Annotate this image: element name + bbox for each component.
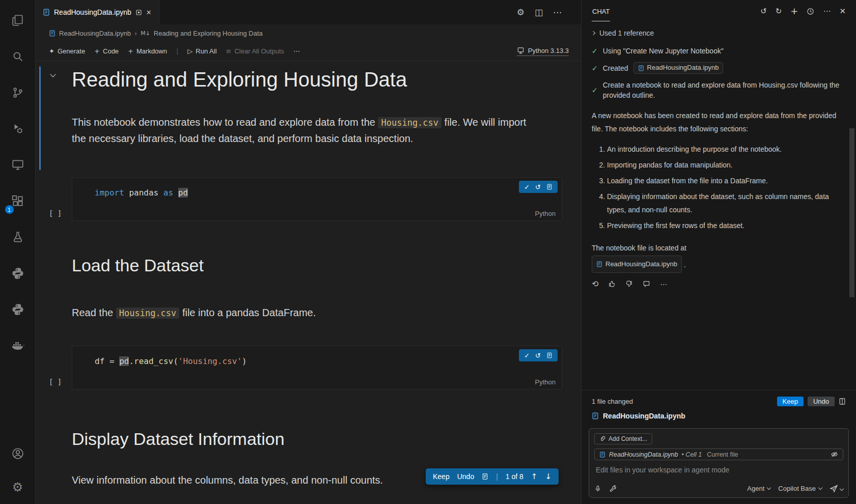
generate-button[interactable]: ✦ Generate xyxy=(49,47,85,55)
extensions-icon[interactable]: 1 xyxy=(0,183,36,219)
code-cell-import[interactable]: [ ] import pandas as pd ✓ ↺ Python xyxy=(72,177,562,221)
run-debug-icon[interactable] xyxy=(0,110,36,147)
accept-check-icon[interactable]: ✓ xyxy=(524,184,530,190)
add-context-button[interactable]: Add Context... xyxy=(594,433,652,444)
collapse-cell-icon[interactable] xyxy=(51,69,55,78)
search-icon[interactable] xyxy=(0,38,36,74)
retry-icon[interactable]: ⟲ xyxy=(592,280,598,288)
explorer-icon[interactable] xyxy=(0,2,36,38)
edits-review-bar: Keep Undo | 1 of 8 ↑ ↓ xyxy=(426,468,559,485)
undo-edit-button[interactable]: Undo xyxy=(457,472,474,481)
discard-undo-icon[interactable]: ↺ xyxy=(535,352,541,359)
next-edit-icon[interactable]: ↓ xyxy=(545,473,551,481)
notebook-icon xyxy=(638,65,644,71)
open-diff-icon[interactable] xyxy=(546,183,553,190)
copilot-cell-actions[interactable]: ✓ ↺ xyxy=(519,181,558,193)
code-cell-read-csv[interactable]: [ ] df = pd.read_csv('Housing.csv') ✓ ↺ … xyxy=(72,346,562,389)
attached-context-chip[interactable]: ReadHousingData.ipynb • Cell 1 Current f… xyxy=(594,449,843,460)
tools-icon[interactable] xyxy=(609,485,617,492)
chat-close-icon[interactable]: ✕ xyxy=(839,8,846,15)
chat-input-toolbar: Agent Copilot Base xyxy=(594,484,843,493)
breadcrumb-section[interactable]: Reading and Exploring Housing Data xyxy=(154,30,263,37)
attachment-detail: • Cell 1 xyxy=(682,451,702,458)
intro-text-a: This notebook demonstrates how to read a… xyxy=(72,117,378,128)
extensions-badge: 1 xyxy=(5,205,14,214)
tab-chat[interactable]: CHAT xyxy=(592,1,610,21)
run-icon: ▷ xyxy=(187,48,192,54)
clear-all-outputs-button[interactable]: ≡ Clear All Outputs xyxy=(226,47,284,55)
kernel-picker[interactable]: Python 3.13.3 xyxy=(517,47,569,56)
mode-picker-agent[interactable]: Agent xyxy=(747,485,770,492)
chevron-down-icon xyxy=(767,486,771,490)
view-diff-icon[interactable] xyxy=(839,398,846,405)
clear-outputs-icon: ≡ xyxy=(226,48,232,54)
undo-button[interactable]: Undo xyxy=(808,397,835,406)
model-picker[interactable]: Copilot Base xyxy=(778,485,822,492)
check-icon: ✓ xyxy=(592,47,598,54)
open-diff-icon[interactable] xyxy=(482,473,488,480)
toolbar-more-icon[interactable]: ⋯ xyxy=(293,48,300,54)
breadcrumb-file[interactable]: ReadHousingData.ipynb xyxy=(59,30,131,37)
chat-history-icon[interactable] xyxy=(807,8,814,15)
chat-text-input[interactable]: Edit files in your workspace in agent mo… xyxy=(594,464,843,480)
settings-gear-icon[interactable]: ⚙ xyxy=(517,8,524,17)
notebook-icon xyxy=(43,9,50,16)
previous-edit-icon[interactable]: ↑ xyxy=(531,473,538,481)
copilot-cell-actions[interactable]: ✓ ↺ xyxy=(519,349,558,361)
discard-undo-icon[interactable]: ↺ xyxy=(535,184,541,190)
code-line[interactable]: import pandas as pd xyxy=(72,178,562,198)
tab-preview-icon[interactable] xyxy=(135,9,142,16)
changed-file-row[interactable]: ReadHousingData.ipynb xyxy=(592,412,846,420)
split-editor-icon[interactable]: ◫ xyxy=(535,8,543,17)
eye-off-icon[interactable] xyxy=(831,451,838,458)
add-markdown-button[interactable]: + Markdown xyxy=(128,47,167,55)
send-button[interactable] xyxy=(830,484,843,493)
notebook-icon xyxy=(592,412,599,419)
markdown-cell-icon: M↓ xyxy=(141,31,150,36)
source-control-icon[interactable] xyxy=(0,74,36,110)
report-issue-icon[interactable] xyxy=(643,280,650,288)
more-actions-icon[interactable]: ⋯ xyxy=(553,8,562,17)
remote-explorer-icon[interactable] xyxy=(0,147,36,183)
accounts-icon[interactable] xyxy=(0,437,36,470)
new-chat-icon[interactable]: + xyxy=(790,7,798,16)
chat-input-box[interactable]: Add Context... ReadHousingData.ipynb • C… xyxy=(589,428,849,498)
message-more-icon[interactable]: ⋯ xyxy=(660,281,667,288)
plus-icon: + xyxy=(94,48,100,54)
keep-edit-button[interactable]: Keep xyxy=(433,472,450,481)
docker-icon[interactable] xyxy=(0,327,36,363)
chat-messages: Used 1 reference ✓ Using "Create New Jup… xyxy=(582,22,856,390)
vscode-window: 1 ⚙ ReadHousingData.ipynb ✕ xyxy=(0,0,856,504)
code-line[interactable]: df = pd.read_csv('Housing.csv') xyxy=(72,346,562,366)
chat-undo-icon[interactable]: ↺ xyxy=(760,8,767,15)
check-icon: ✓ xyxy=(592,65,598,72)
notebook-icon xyxy=(49,30,56,37)
testing-icon[interactable] xyxy=(0,219,36,255)
chat-more-icon[interactable]: ⋯ xyxy=(823,8,831,15)
step-task: ✓ Create a notebook to read and explore … xyxy=(592,80,846,101)
open-diff-icon[interactable] xyxy=(546,352,553,359)
chat-redo-icon[interactable]: ↻ xyxy=(776,8,782,15)
kernel-label: Python 3.13.3 xyxy=(528,47,569,54)
add-code-button[interactable]: + Code xyxy=(94,47,119,55)
keep-button[interactable]: Keep xyxy=(777,397,804,406)
manage-gear-icon[interactable]: ⚙ xyxy=(0,470,36,504)
used-references-toggle[interactable]: Used 1 reference xyxy=(592,26,846,40)
thumbs-down-icon[interactable] xyxy=(625,280,633,288)
chat-header: CHAT ↺ ↻ + ⋯ ✕ xyxy=(582,0,856,22)
file-chip-readhousingdata[interactable]: ReadHousingData.ipynb xyxy=(633,62,724,74)
chat-scrollbar[interactable] xyxy=(849,128,854,297)
accept-check-icon[interactable]: ✓ xyxy=(524,352,530,359)
run-all-button[interactable]: ▷ Run All xyxy=(187,47,216,55)
cell-language-label[interactable]: Python xyxy=(535,210,556,217)
microphone-icon[interactable] xyxy=(594,485,601,493)
file-chip-readhousingdata[interactable]: ReadHousingData.ipynb xyxy=(592,256,682,273)
markdown-paragraph-intro: This notebook demonstrates how to read a… xyxy=(72,115,530,147)
tab-bar: ReadHousingData.ipynb ✕ ⚙ ◫ ⋯ xyxy=(36,0,581,24)
tab-close-icon[interactable]: ✕ xyxy=(146,9,152,16)
tab-readhousingdata[interactable]: ReadHousingData.ipynb ✕ xyxy=(36,0,159,24)
python-icon[interactable] xyxy=(0,255,36,291)
thumbs-up-icon[interactable] xyxy=(608,280,616,288)
python-environments-icon[interactable] xyxy=(0,291,36,327)
cell-language-label[interactable]: Python xyxy=(535,378,556,386)
